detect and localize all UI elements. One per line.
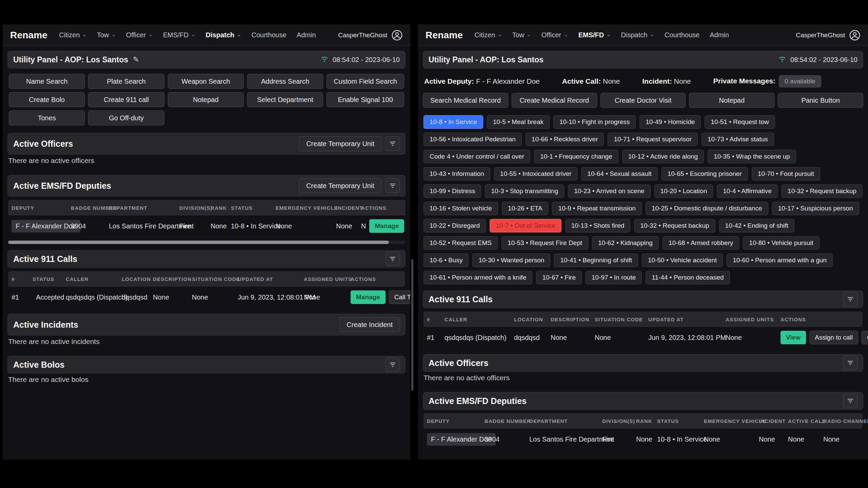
- call-tow-button[interactable]: Call Tow: [389, 290, 410, 304]
- status-code-button[interactable]: 10-80 • Vehicle pursuit: [743, 236, 819, 250]
- quick-action-button[interactable]: Create Medical Record: [512, 93, 597, 108]
- status-code-button[interactable]: 10-52 • Request EMS: [423, 236, 498, 250]
- status-code-button[interactable]: 10-56 • Intoxicated Pedestrian: [423, 133, 522, 146]
- create-temporary-unit-button[interactable]: Create Temporary Unit: [299, 136, 381, 151]
- status-code-button[interactable]: Code 4 • Under control / call over: [423, 150, 530, 163]
- quick-action-button[interactable]: Address Search: [247, 74, 323, 89]
- status-code-button[interactable]: 10-68 • Armed robbery: [663, 236, 739, 250]
- status-code-button[interactable]: 10-41 • Beginning of shift: [554, 253, 638, 267]
- filter-button[interactable]: [386, 137, 400, 151]
- filter-button[interactable]: [386, 252, 400, 266]
- filter-button[interactable]: [843, 292, 857, 306]
- status-code-button[interactable]: 10-25 • Domestic dispute / disturbance: [646, 202, 768, 215]
- status-code-button[interactable]: 10-66 • Reckless driver: [526, 133, 604, 146]
- nav-item[interactable]: Admin: [710, 31, 729, 39]
- status-code-button[interactable]: 10-8 • In Service: [423, 115, 483, 129]
- quick-action-button[interactable]: Search Medical Record: [423, 93, 508, 108]
- status-code-button[interactable]: 10-35 • Wrap the scene up: [708, 150, 796, 163]
- nav-item[interactable]: Officer ⌄: [541, 31, 568, 39]
- nav-item[interactable]: Dispatch ⌄: [621, 31, 654, 39]
- status-code-button[interactable]: 10-30 • Wanted person: [472, 253, 550, 267]
- status-code-button[interactable]: 10-53 • Request Fire Dept: [501, 236, 588, 250]
- status-code-button[interactable]: 10-99 • Distress: [423, 184, 481, 198]
- status-code-button[interactable]: 10-71 • Request supervisor: [608, 133, 698, 146]
- quick-action-button[interactable]: Custom Field Search: [327, 74, 404, 89]
- scrollbar-thumb[interactable]: [8, 241, 389, 244]
- quick-action-button[interactable]: Notepad: [168, 92, 244, 107]
- brand[interactable]: Rename: [10, 30, 47, 41]
- nav-item[interactable]: Tow ⌄: [512, 31, 531, 39]
- quick-action-button[interactable]: Plate Search: [88, 74, 164, 89]
- status-code-button[interactable]: 10-49 • Homicide: [639, 115, 701, 129]
- status-code-button[interactable]: 10-67 • Fire: [536, 271, 582, 284]
- nav-item[interactable]: Tow ⌄: [97, 31, 116, 39]
- nav-item[interactable]: Citizen ⌄: [474, 31, 502, 39]
- view-button[interactable]: View: [781, 331, 806, 344]
- status-code-button[interactable]: 10-12 • Active ride along: [622, 150, 704, 163]
- call-tow-button[interactable]: Call Tow: [862, 331, 868, 344]
- status-code-button[interactable]: 10-51 • Request tow: [705, 115, 775, 129]
- quick-action-button[interactable]: Enable Signal 100: [327, 92, 404, 107]
- status-code-button[interactable]: 10-1 • Frequency change: [534, 150, 618, 163]
- quick-action-button[interactable]: Weapon Search: [168, 74, 244, 89]
- status-code-button[interactable]: 10-3 • Stop transmitting: [485, 184, 564, 198]
- status-code-button[interactable]: 10-26 • ETA: [502, 202, 548, 215]
- edit-aop-button[interactable]: ✎: [133, 55, 139, 64]
- quick-action-button[interactable]: Create Bolo: [9, 92, 85, 107]
- nav-item[interactable]: Citizen ⌄: [59, 31, 87, 39]
- quick-action-button[interactable]: Go Off-duty: [88, 110, 164, 125]
- assign-to-call-button[interactable]: Assign to call: [809, 331, 858, 344]
- status-code-button[interactable]: 10-73 • Advise status: [702, 133, 774, 146]
- status-code-button[interactable]: 10-62 • Kidnapping: [592, 236, 659, 250]
- manage-button[interactable]: Manage: [351, 290, 386, 304]
- status-code-button[interactable]: 11-44 • Person deceased: [646, 271, 730, 284]
- quick-action-button[interactable]: Select Department: [247, 92, 323, 107]
- nav-item[interactable]: Admin: [297, 31, 316, 39]
- status-code-button[interactable]: 10-16 • Stolen vehicle: [423, 202, 498, 215]
- status-code-button[interactable]: 10-20 • Location: [654, 184, 713, 198]
- status-code-button[interactable]: 10-32 • Request backup: [782, 184, 863, 198]
- quick-action-button[interactable]: Name Search: [9, 74, 85, 89]
- status-code-button[interactable]: 10-43 • Information: [423, 167, 490, 181]
- status-code-button[interactable]: 10-4 • Affirmative: [717, 184, 778, 198]
- status-code-button[interactable]: 10-61 • Person armed with a knife: [423, 271, 532, 284]
- nav-item[interactable]: EMS/FD ⌄: [578, 31, 611, 39]
- manage-button[interactable]: Manage: [369, 219, 404, 233]
- create-incident-button[interactable]: Create Incident: [339, 317, 400, 332]
- status-code-button[interactable]: 10-70 • Foot pursuit: [752, 167, 820, 181]
- quick-action-button[interactable]: Tones: [9, 110, 85, 125]
- filter-button[interactable]: [843, 356, 857, 370]
- status-code-button[interactable]: 10-42 • Ending of shift: [719, 219, 794, 232]
- create-temporary-unit-button[interactable]: Create Temporary Unit: [299, 178, 381, 193]
- window-scrollbar-thumb[interactable]: [411, 259, 413, 391]
- user-menu[interactable]: CasperTheGhost: [338, 29, 403, 41]
- status-code-button[interactable]: 10-5 • Meal break: [487, 115, 550, 129]
- brand[interactable]: Rename: [426, 30, 463, 41]
- status-code-button[interactable]: 10-60 • Person armed with a gun: [727, 253, 833, 267]
- nav-item[interactable]: Courthouse: [665, 31, 699, 39]
- status-code-button[interactable]: 10-6 • Busy: [423, 253, 469, 267]
- quick-action-button[interactable]: Notepad: [689, 93, 774, 108]
- filter-button[interactable]: [386, 358, 400, 372]
- user-menu[interactable]: CasperTheGhost: [796, 29, 861, 41]
- status-code-button[interactable]: 10-55 • Intoxicated driver: [494, 167, 577, 181]
- status-code-button[interactable]: 10-13 • Shots fired: [565, 219, 631, 232]
- quick-action-button[interactable]: Create Doctor Visit: [600, 93, 686, 108]
- status-code-button[interactable]: 10-97 • In route: [586, 271, 642, 284]
- nav-item[interactable]: EMS/FD ⌄: [163, 31, 196, 39]
- status-code-button[interactable]: 10-23 • Arrived on scene: [568, 184, 650, 198]
- status-code-button[interactable]: 10-32 • Request backup: [634, 219, 715, 232]
- status-code-button[interactable]: 10-9 • Repeat transmission: [552, 202, 642, 215]
- status-code-button[interactable]: 10-10 • Fight in progress: [553, 115, 636, 129]
- quick-action-button[interactable]: Create 911 call: [88, 92, 164, 107]
- nav-item[interactable]: Officer ⌄: [126, 31, 153, 39]
- quick-action-button[interactable]: Panic Button: [778, 93, 863, 108]
- filter-button[interactable]: [386, 179, 400, 193]
- nav-item[interactable]: Courthouse: [251, 31, 286, 39]
- status-code-button[interactable]: 10-65 • Escorting prisoner: [662, 167, 748, 181]
- status-code-button[interactable]: 10-7 • Out of Service: [490, 219, 561, 232]
- nav-item[interactable]: Dispatch ⌄: [206, 31, 241, 39]
- status-code-button[interactable]: 10-22 • Disregard: [423, 219, 486, 232]
- status-code-button[interactable]: 10-50 • Vehicle accident: [642, 253, 723, 267]
- filter-button[interactable]: [843, 394, 857, 408]
